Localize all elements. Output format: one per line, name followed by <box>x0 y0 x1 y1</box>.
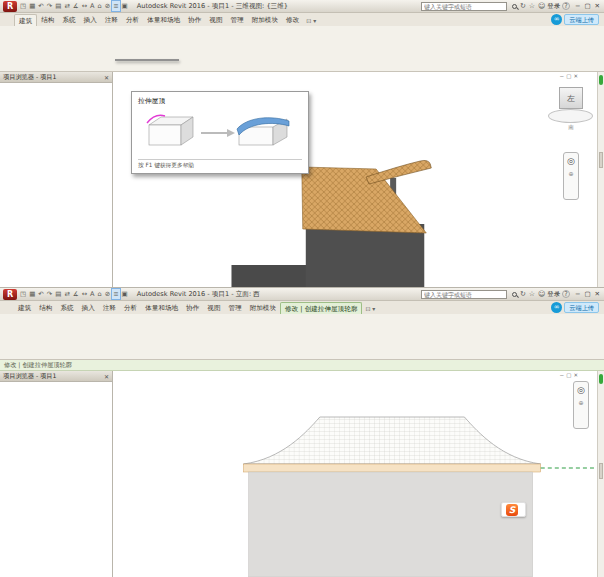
zoom-icon[interactable]: ⊕ <box>578 399 583 406</box>
view-close-icon[interactable]: ✕ <box>573 372 578 378</box>
revit-logo-icon[interactable]: R <box>3 289 17 300</box>
favorites-icon[interactable]: ☆ <box>529 290 535 298</box>
scrollbar-thumb[interactable] <box>599 152 603 168</box>
contextual-tab[interactable]: 修改 | 创建拉伸屋顶轮廓 <box>280 302 362 314</box>
ribbon-tab[interactable]: 注释 <box>99 302 120 314</box>
navigation-bar[interactable]: ◎ ⊕ <box>573 381 589 429</box>
restore-icon[interactable]: ▢ <box>583 2 591 10</box>
signin-button[interactable]: 登录 <box>547 290 560 299</box>
ribbon-tab[interactable]: 建筑 <box>14 302 35 314</box>
ribbon-toggle-icon[interactable]: ⊡ ▾ <box>306 17 316 26</box>
print-icon[interactable]: ▤ <box>54 1 62 11</box>
transfer-icon[interactable]: ⇄ <box>63 289 70 299</box>
favorites-icon[interactable]: ☆ <box>529 2 535 10</box>
print-icon[interactable]: ▤ <box>54 289 62 299</box>
ribbon-tab[interactable]: 结构 <box>37 14 58 26</box>
vertical-scrollbar[interactable] <box>597 72 604 288</box>
measure-icon[interactable]: ∡ <box>72 1 80 11</box>
dimension-icon[interactable]: ↔ <box>81 1 88 11</box>
ribbon-tab[interactable]: 视图 <box>205 14 226 26</box>
cloud-upload-badge[interactable]: ∞ 云端上传 <box>551 302 599 313</box>
sogou-input-toolbar[interactable]: S <box>501 502 526 517</box>
sogou-logo-icon[interactable]: S <box>506 504 518 516</box>
redo-icon[interactable]: ↷ <box>46 289 53 299</box>
close-icon[interactable]: ✕ <box>104 373 109 380</box>
view-restore-icon[interactable]: ▢ <box>566 372 571 378</box>
search-icon[interactable] <box>512 292 517 297</box>
vertical-scrollbar[interactable] <box>597 371 604 577</box>
switch-windows-icon[interactable]: ▣ <box>121 1 129 11</box>
help-icon[interactable]: ? <box>562 290 570 298</box>
open-icon[interactable]: ◳ <box>19 1 27 11</box>
ribbon-tab[interactable]: 协作 <box>184 14 205 26</box>
redo-icon[interactable]: ↷ <box>46 1 53 11</box>
ribbon-tab[interactable]: 协作 <box>182 302 203 314</box>
viewcube-compass-ring[interactable] <box>548 109 593 123</box>
view-close-icon[interactable]: ✕ <box>573 73 578 79</box>
switch-windows-icon[interactable]: ▣ <box>121 289 129 299</box>
view-minimize-icon[interactable]: − <box>560 73 565 79</box>
ribbon-tab[interactable]: 插入 <box>78 302 99 314</box>
drawing-area-elevation[interactable]: −▢✕ ◎ ⊕ S <box>113 371 604 577</box>
ribbon-toggle-icon[interactable]: ⊡ ▾ <box>365 305 375 314</box>
ribbon-tab[interactable]: 分析 <box>122 14 143 26</box>
ribbon-tab[interactable]: 注释 <box>101 14 122 26</box>
text-icon[interactable]: A <box>89 1 95 11</box>
communication-center-icon[interactable]: ↻ <box>520 290 526 298</box>
close-icon[interactable]: ✕ <box>104 74 109 81</box>
undo-icon[interactable]: ↶ <box>37 289 44 299</box>
ribbon-tab[interactable]: 视图 <box>203 302 224 314</box>
steering-wheel-icon[interactable]: ◎ <box>567 156 575 166</box>
scrollbar-thumb[interactable] <box>599 463 603 479</box>
communication-center-icon[interactable]: ↻ <box>520 2 526 10</box>
search-icon[interactable] <box>512 4 517 9</box>
zoom-icon[interactable]: ⊕ <box>568 170 573 177</box>
ribbon-tab[interactable]: 建筑 <box>14 14 37 26</box>
ribbon-tab[interactable]: 附加模块 <box>248 14 282 26</box>
navigation-bar[interactable]: ◎ ⊕ <box>563 152 579 200</box>
ribbon-tab[interactable]: 系统 <box>58 14 79 26</box>
3d-view-icon[interactable]: ⌂ <box>97 289 103 299</box>
transfer-icon[interactable]: ⇄ <box>63 1 70 11</box>
section-icon[interactable]: ⊘ <box>104 1 111 11</box>
ribbon-tab[interactable]: 分析 <box>120 302 141 314</box>
restore-icon[interactable]: ▢ <box>583 290 591 298</box>
close-icon[interactable]: ✕ <box>594 2 601 10</box>
ribbon-tab[interactable]: 体量和场地 <box>141 302 182 314</box>
close-icon[interactable]: ✕ <box>594 290 601 298</box>
minimize-icon[interactable]: − <box>574 290 581 298</box>
user-icon[interactable]: ☺ <box>538 2 545 10</box>
undo-icon[interactable]: ↶ <box>37 1 44 11</box>
steering-wheel-icon[interactable]: ◎ <box>577 385 585 395</box>
ribbon-tab[interactable]: 体量和场地 <box>143 14 184 26</box>
signin-button[interactable]: 登录 <box>547 2 560 11</box>
infocenter-search-input[interactable] <box>421 2 507 11</box>
thin-lines-icon[interactable]: ≡ <box>112 289 119 299</box>
open-icon[interactable]: ◳ <box>19 289 27 299</box>
dimension-icon[interactable]: ↔ <box>81 289 88 299</box>
help-icon[interactable]: ? <box>562 2 570 10</box>
user-icon[interactable]: ☺ <box>538 290 545 298</box>
ribbon-tab[interactable]: 系统 <box>56 302 77 314</box>
cloud-upload-badge[interactable]: ∞ 云端上传 <box>551 14 599 25</box>
text-icon[interactable]: A <box>89 289 95 299</box>
thin-lines-icon[interactable]: ≡ <box>112 1 119 11</box>
ribbon-tab[interactable]: 附加模块 <box>246 302 280 314</box>
save-icon[interactable]: ▦ <box>28 1 36 11</box>
view-minimize-icon[interactable]: − <box>560 372 565 378</box>
ribbon-tab[interactable]: 管理 <box>226 14 247 26</box>
measure-icon[interactable]: ∡ <box>72 289 80 299</box>
ribbon-tab[interactable]: 插入 <box>80 14 101 26</box>
minimize-icon[interactable]: − <box>574 2 581 10</box>
save-icon[interactable]: ▦ <box>28 289 36 299</box>
infocenter-search-input[interactable] <box>421 290 507 299</box>
section-icon[interactable]: ⊘ <box>104 289 111 299</box>
view-cube[interactable]: 左 南 <box>547 82 595 136</box>
revit-logo-icon[interactable]: R <box>3 1 17 12</box>
3d-view-icon[interactable]: ⌂ <box>97 1 103 11</box>
viewcube-face[interactable]: 左 <box>559 87 583 109</box>
ribbon-tab[interactable]: 修改 <box>282 14 303 26</box>
ribbon-tab[interactable]: 结构 <box>35 302 56 314</box>
view-restore-icon[interactable]: ▢ <box>566 73 571 79</box>
ribbon-tab[interactable]: 管理 <box>224 302 245 314</box>
